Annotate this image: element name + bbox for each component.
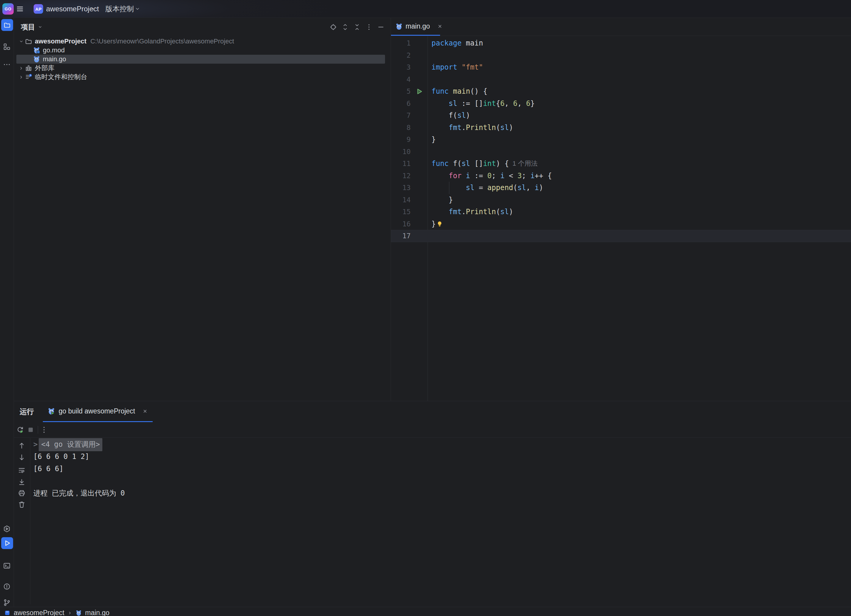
code-token: ) <box>466 111 470 120</box>
chevron-down-icon[interactable] <box>17 39 25 44</box>
code-line-14[interactable]: 14 } <box>391 194 851 206</box>
tree-item-临时文件和控制台[interactable]: 临时文件和控制台 <box>17 72 385 81</box>
chevron-down-icon[interactable] <box>90 6 96 12</box>
code-token: 3 <box>517 171 522 180</box>
console-line-5: 进程 已完成，退出代码为 0 <box>33 487 845 499</box>
code-line-4[interactable]: 4 <box>391 74 851 86</box>
code-token: , <box>505 99 513 108</box>
tab-main-go[interactable]: main.go <box>391 18 440 36</box>
expand-all-icon[interactable] <box>341 24 349 31</box>
line-number: 17 <box>391 232 410 240</box>
code-token: i <box>466 171 470 180</box>
gopher-mod-icon <box>33 47 40 54</box>
code-token: int <box>483 99 496 108</box>
code-token: := <box>470 171 487 180</box>
code-line-16[interactable]: 16} <box>391 218 851 230</box>
vcs-menu[interactable]: 版本控制 <box>105 0 134 18</box>
code-line-2[interactable]: 2 <box>391 50 851 62</box>
code-line-13[interactable]: 13 sl = append(sl, i) <box>391 182 851 194</box>
code-token: func <box>432 159 449 168</box>
fold-chevron-icon[interactable]: > <box>33 439 38 451</box>
scroll-up-icon[interactable] <box>18 442 26 449</box>
code-line-10[interactable]: 10 <box>391 146 851 158</box>
editor-area: main.go 1package main23import "fmt"45fun… <box>391 18 851 401</box>
more-tool-windows-button[interactable] <box>3 61 11 68</box>
console-options-icon[interactable] <box>40 426 48 434</box>
console-line-1[interactable]: ><4 go 设置调用> <box>33 439 845 451</box>
code-text: func main() { <box>428 87 487 96</box>
run-tab-go-build[interactable]: go build awesomeProject <box>43 401 153 422</box>
collapse-all-icon[interactable] <box>353 24 361 31</box>
panel-options-icon[interactable] <box>365 24 373 31</box>
inlay-usage-hint[interactable]: 1 个用法 <box>509 159 538 168</box>
code-token: } <box>432 220 436 228</box>
code-line-8[interactable]: 8 fmt.Println(sl) <box>391 122 851 134</box>
structure-tool-button[interactable] <box>3 43 11 51</box>
code-line-11[interactable]: 11func f(sl []int) { 1 个用法 <box>391 158 851 170</box>
code-line-15[interactable]: 15 fmt.Println(sl) <box>391 206 851 218</box>
locate-file-icon[interactable] <box>330 24 337 31</box>
run-panel-title: 运行 <box>20 401 34 422</box>
line-number: 4 <box>391 75 410 83</box>
close-icon[interactable] <box>142 409 148 414</box>
code-token: ) <box>509 207 513 216</box>
hamburger-menu-icon[interactable] <box>16 5 24 13</box>
run-gutter-icon[interactable] <box>410 88 428 95</box>
code-token <box>432 99 449 108</box>
console-line-2: [6 6 6 0 1 2] <box>33 451 845 463</box>
code-line-7[interactable]: 7 f(sl) <box>391 110 851 122</box>
project-avatar-badge[interactable]: AP <box>34 4 43 14</box>
stop-button[interactable] <box>27 426 35 434</box>
hide-panel-icon[interactable] <box>377 24 385 31</box>
code-line-1[interactable]: 1package main <box>391 37 851 50</box>
chevron-right-icon[interactable] <box>17 66 25 71</box>
code-text: } <box>428 220 443 228</box>
version-control-tool-button[interactable] <box>3 599 11 607</box>
code-line-5[interactable]: 5func main() { <box>391 86 851 98</box>
print-icon[interactable] <box>18 489 26 497</box>
close-icon[interactable] <box>437 24 443 29</box>
scratch-icon <box>25 74 32 81</box>
code-line-3[interactable]: 3import "fmt" <box>391 61 851 74</box>
run-tab-label: go build awesomeProject <box>59 407 135 415</box>
folded-command-chip[interactable]: <4 go 设置调用> <box>39 438 102 451</box>
project-tool-button[interactable] <box>1 19 13 31</box>
folder-icon <box>25 38 32 45</box>
clear-all-icon[interactable] <box>18 500 26 508</box>
chevron-down-icon[interactable] <box>38 25 42 29</box>
code-token <box>432 123 449 132</box>
console-output: ><4 go 设置调用>[6 6 6 0 1 2][6 6 6] 进程 已完成，… <box>33 439 845 499</box>
tree-item-label: go.mod <box>43 47 65 54</box>
code-token: ) <box>539 183 543 192</box>
console-gutter-separator <box>30 438 30 604</box>
breadcrumb-file[interactable]: main.go <box>85 609 110 616</box>
toolbar-divider <box>38 426 38 434</box>
terminal-tool-button[interactable] <box>3 562 11 569</box>
code-line-17[interactable]: 17 <box>391 230 851 242</box>
code-line-12[interactable]: 12 for i := 0; i < 3; i++ { <box>391 170 851 182</box>
tree-item-main-go[interactable]: main.go <box>17 55 385 64</box>
soft-wrap-icon[interactable] <box>18 466 26 474</box>
intention-bulb-icon[interactable] <box>436 221 443 227</box>
rerun-button[interactable] <box>17 426 24 434</box>
scroll-to-end-icon[interactable] <box>18 478 26 486</box>
tree-item-awesomeproject[interactable]: awesomeProjectC:\Users\meowr\GolandProje… <box>17 37 385 46</box>
code-token: . <box>462 123 466 132</box>
run-tool-button[interactable] <box>1 537 13 549</box>
code-token: int <box>483 159 496 168</box>
code-line-6[interactable]: 6 sl := []int{6, 6, 6} <box>391 98 851 110</box>
services-tool-button[interactable] <box>3 525 11 533</box>
code-text: } <box>428 196 453 204</box>
code-line-9[interactable]: 9} <box>391 134 851 146</box>
scroll-down-icon[interactable] <box>18 454 26 461</box>
code-token: sl <box>500 207 509 216</box>
chevron-down-icon[interactable] <box>134 6 140 12</box>
tree-item-go-mod[interactable]: go.mod <box>17 46 385 55</box>
tree-item-外部库[interactable]: 外部库 <box>17 64 385 72</box>
code-token: fmt <box>449 123 462 132</box>
problems-tool-button[interactable] <box>3 583 11 590</box>
code-token: for <box>449 171 462 180</box>
code-token: 0 <box>487 171 492 180</box>
breadcrumb-project[interactable]: awesomeProject <box>14 609 64 616</box>
chevron-right-icon[interactable] <box>17 75 25 80</box>
